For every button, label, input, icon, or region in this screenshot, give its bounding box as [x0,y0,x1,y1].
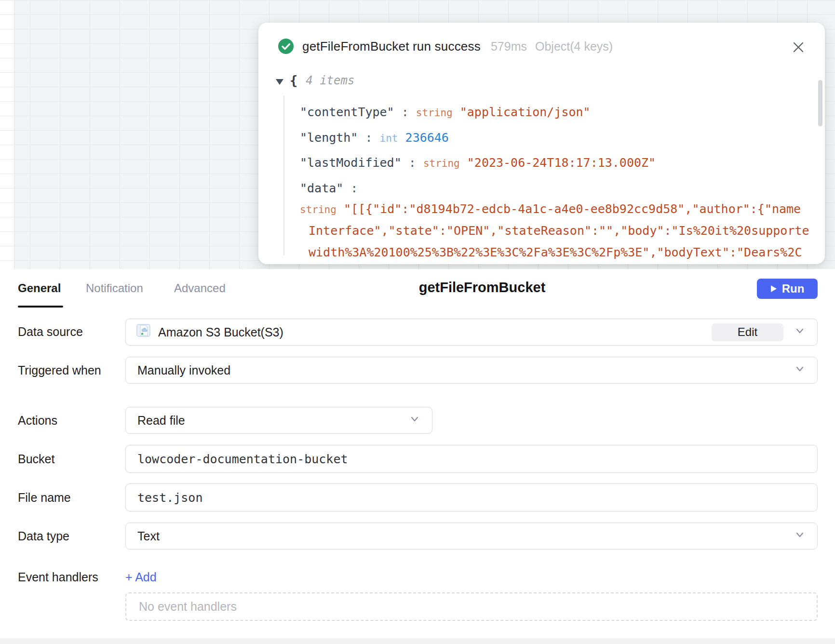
json-colon: : [358,131,379,145]
tab-general[interactable]: General [18,282,61,295]
chevron-down-icon[interactable] [794,529,806,543]
data-source-value: Amazon S3 Bucket(S3) [158,325,283,339]
run-result-popup: getFileFromBucket run success 579ms Obje… [258,23,825,264]
tree-indent-guide [283,96,284,255]
json-type-label: string [416,107,453,119]
json-colon: : [402,156,423,170]
bucket-input[interactable]: lowcoder-documentation-bucket [125,445,818,473]
event-handlers-label: Event handlers [18,570,98,584]
json-value: "[[{"id":"d8194b72-edcb-4a1c-a4e0-ee8b92… [344,202,801,216]
panel-bottom-edge [0,638,835,644]
actions-label: Actions [18,414,57,428]
json-data-line-3: width%3A%20100%25%3B%22%3E%3C%2Fa%3E%3C%… [309,245,802,260]
items-count: 4 items [306,74,354,87]
json-value: Interface","state":"OPEN","stateReason":… [309,224,809,238]
file-name-input[interactable]: test.json [125,483,818,511]
query-name-title: getFileFromBucket [419,280,546,295]
tab-notification[interactable]: Notification [86,282,143,295]
json-colon: : [394,105,416,119]
json-row-data: "data" : [300,181,365,196]
data-source-label: Data source [18,325,83,339]
add-event-handler-button[interactable]: + Add [125,570,157,584]
json-data-line-1: string "[[{"id":"d8194b72-edcb-4a1c-a4e0… [300,202,801,217]
json-key: "contentType" [300,105,394,119]
active-tab-underline [18,306,63,308]
data-type-select[interactable]: Text [125,523,818,550]
data-type-label: Data type [18,529,69,543]
triggered-when-value: Manually invoked [137,363,230,377]
json-row-lastModified: "lastModified" : string "2023-06-24T18:1… [300,156,656,171]
run-button-label: Run [782,282,805,295]
triggered-when-select[interactable]: Manually invoked [125,357,818,384]
json-type-label: string [423,158,460,169]
open-brace: { [290,73,297,88]
chevron-down-icon[interactable] [794,325,806,339]
screen: getFileFromBucket run success 579ms Obje… [0,0,835,644]
file-name-value: test.json [137,491,202,505]
event-handlers-empty-box: No event handlers [125,592,818,621]
chevron-down-icon[interactable] [409,413,420,428]
tab-advanced[interactable]: Advanced [174,282,226,295]
chevron-down-icon[interactable] [794,363,806,377]
play-icon [770,285,777,293]
bucket-label: Bucket [18,452,54,466]
actions-value: Read file [137,414,185,428]
json-row-contentType: "contentType" : string "application/json… [300,105,591,120]
json-value: width%3A%20100%25%3B%22%3E%3C%2Fa%3E%3C%… [309,245,802,259]
json-row-length: "length" : int 236646 [300,131,449,146]
run-button[interactable]: Run [757,279,818,299]
json-key: "data" [300,181,343,195]
json-data-line-2: Interface","state":"OPEN","stateReason":… [309,224,809,238]
file-name-label: File name [18,491,71,505]
event-handlers-empty-text: No event handlers [139,600,237,614]
bucket-value: lowcoder-documentation-bucket [137,452,348,466]
json-colon: : [343,181,365,195]
canvas-left-widget [0,0,14,269]
data-type-value: Text [137,529,160,543]
s3-datasource-icon [136,323,151,341]
json-value: "2023-06-24T18:17:13.000Z" [467,156,656,170]
json-value: 236646 [405,131,449,145]
query-settings-panel: General Notification Advanced getFileFro… [0,269,835,644]
json-type-label: int [380,133,398,144]
collapse-caret-icon[interactable] [276,78,283,84]
json-result-tree: { 4 items "contentType" : string "applic… [258,23,825,264]
edit-datasource-button[interactable]: Edit [712,323,783,341]
actions-select[interactable]: Read file [125,407,432,434]
json-value: "application/json" [460,105,591,119]
json-root-row: { 4 items [276,73,354,88]
data-source-select[interactable]: Amazon S3 Bucket(S3) Edit [125,319,818,346]
triggered-when-label: Triggered when [18,363,101,377]
json-key: "lastModified" [300,156,402,170]
json-key: "length" [300,131,358,145]
json-type-label: string [300,204,337,215]
